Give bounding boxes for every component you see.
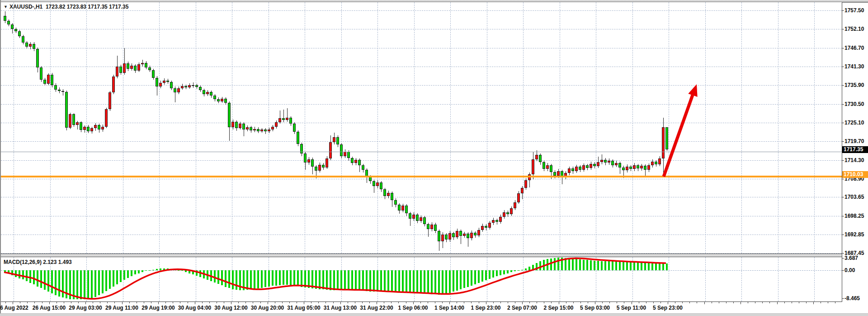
price-chart-pane[interactable] [1, 2, 842, 254]
macd-label: MACD(12,26,9) 2.123 1.493 [4, 259, 72, 265]
current-price-line [1, 152, 842, 152]
pane-splitter[interactable] [1, 254, 842, 257]
support-level-line[interactable] [1, 176, 842, 177]
window-bottom-edge [0, 313, 868, 316]
macd-indicator-pane[interactable] [1, 257, 842, 302]
chevron-down-icon[interactable]: ▼ [4, 5, 8, 9]
current-price-tag: 1717.35 [842, 146, 868, 153]
symbol-timeframe-label: XAUUSD-,H1 [9, 4, 42, 10]
support-level-price-tag: 1710.03 [842, 171, 868, 178]
chart-window: ▼XAUUSD-,H1 1723.82 1723.83 1717.35 1717… [0, 0, 868, 316]
ohlc-readout: 1723.82 1723.83 1717.35 1717.35 [46, 4, 129, 10]
chart-title: ▼XAUUSD-,H1 1723.82 1723.83 1717.35 1717… [4, 4, 128, 10]
